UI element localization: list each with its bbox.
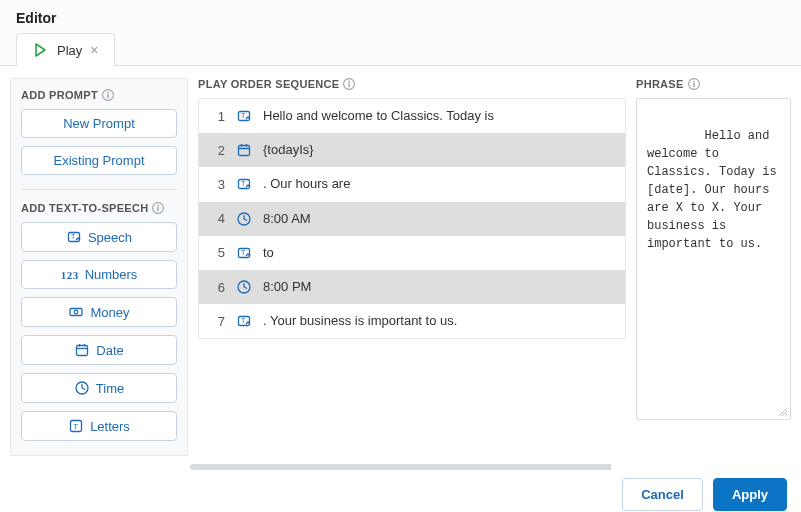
sequence-row[interactable]: 7 . Your business is important to us. xyxy=(199,304,625,338)
close-icon[interactable]: × xyxy=(90,43,98,57)
sequence-text: . Your business is important to us. xyxy=(263,312,613,330)
time-icon xyxy=(235,210,253,228)
divider xyxy=(21,189,177,190)
editor-title: Editor xyxy=(16,10,785,26)
tab-strip: Play × xyxy=(16,32,785,65)
sequence-text: 8:00 PM xyxy=(263,278,613,296)
money-icon xyxy=(68,304,84,320)
sequence-list: 1 Hello and welcome to Classics. Today i… xyxy=(198,98,626,339)
sequence-number: 3 xyxy=(211,177,225,192)
sequence-number: 6 xyxy=(211,280,225,295)
editor-header: Editor Play × xyxy=(0,0,801,66)
info-icon[interactable] xyxy=(688,78,700,90)
apply-button[interactable]: Apply xyxy=(713,478,787,511)
tab-label: Play xyxy=(57,43,82,58)
date-icon xyxy=(74,342,90,358)
sequence-number: 2 xyxy=(211,143,225,158)
money-button[interactable]: Money xyxy=(21,297,177,327)
time-icon xyxy=(235,278,253,296)
sequence-text: 8:00 AM xyxy=(263,210,613,228)
info-icon[interactable] xyxy=(343,78,355,90)
speech-button[interactable]: Speech xyxy=(21,222,177,252)
time-icon xyxy=(74,380,90,396)
sequence-text: Hello and welcome to Classics. Today is xyxy=(263,107,613,125)
numbers-icon: 123 xyxy=(61,269,79,281)
sequence-row[interactable]: 4 8:00 AM xyxy=(199,202,625,236)
cancel-button[interactable]: Cancel xyxy=(622,478,703,511)
numbers-button[interactable]: 123Numbers xyxy=(21,260,177,289)
date-button[interactable]: Date xyxy=(21,335,177,365)
info-icon[interactable] xyxy=(152,202,164,214)
phrase-column: PHRASE Hello and welcome to Classics. To… xyxy=(636,78,791,456)
sequence-row[interactable]: 3 . Our hours are xyxy=(199,167,625,201)
letters-icon xyxy=(68,418,84,434)
time-button[interactable]: Time xyxy=(21,373,177,403)
sequence-text: . Our hours are xyxy=(263,175,613,193)
speech-icon xyxy=(235,175,253,193)
speech-icon xyxy=(235,107,253,125)
letters-button[interactable]: Letters xyxy=(21,411,177,441)
tab-play[interactable]: Play × xyxy=(16,33,115,66)
info-icon[interactable] xyxy=(102,89,114,101)
main-content: ADD PROMPT New Prompt Existing Prompt AD… xyxy=(0,66,801,464)
date-icon xyxy=(235,141,253,159)
sidebar: ADD PROMPT New Prompt Existing Prompt AD… xyxy=(10,78,188,456)
sequence-number: 1 xyxy=(211,109,225,124)
sequence-row[interactable]: 2 {todayIs} xyxy=(199,133,625,167)
sequence-row[interactable]: 6 8:00 PM xyxy=(199,270,625,304)
sequence-number: 7 xyxy=(211,314,225,329)
speech-icon xyxy=(235,244,253,262)
footer: Cancel Apply xyxy=(0,470,801,512)
play-icon xyxy=(33,42,49,58)
phrase-textarea[interactable]: Hello and welcome to Classics. Today is … xyxy=(636,98,791,420)
speech-icon xyxy=(235,312,253,330)
sequence-text: to xyxy=(263,244,613,262)
section-title-sequence: PLAY ORDER SEQUENCE xyxy=(198,78,626,90)
sequence-row[interactable]: 1 Hello and welcome to Classics. Today i… xyxy=(199,99,625,133)
sequence-text: {todayIs} xyxy=(263,141,613,159)
section-title-add-prompt: ADD PROMPT xyxy=(21,89,177,101)
sequence-number: 5 xyxy=(211,245,225,260)
existing-prompt-button[interactable]: Existing Prompt xyxy=(21,146,177,175)
play-order-column: PLAY ORDER SEQUENCE 1 Hello and welcome … xyxy=(198,78,626,456)
speech-icon xyxy=(66,229,82,245)
section-title-phrase: PHRASE xyxy=(636,78,791,90)
sequence-number: 4 xyxy=(211,211,225,226)
resize-grip-icon[interactable] xyxy=(778,407,788,417)
section-title-add-tts: ADD TEXT-TO-SPEECH xyxy=(21,202,177,214)
sequence-row[interactable]: 5 to xyxy=(199,236,625,270)
new-prompt-button[interactable]: New Prompt xyxy=(21,109,177,138)
